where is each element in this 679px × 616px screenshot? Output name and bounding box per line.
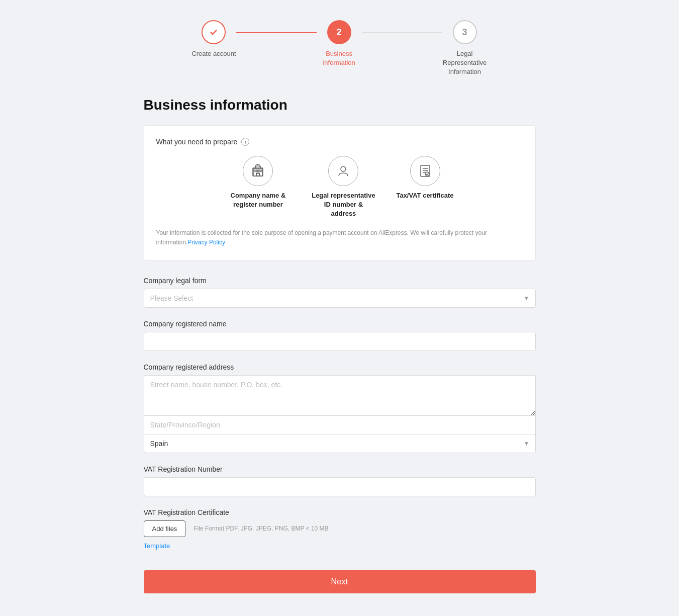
vat-number-group: VAT Registration Number	[144, 465, 536, 496]
add-files-button[interactable]: Add files	[144, 520, 186, 537]
prepare-item-tax: Tax/VAT certificate	[396, 156, 453, 219]
vat-certificate-group: VAT Registration Certificate Add files F…	[144, 508, 536, 550]
company-legal-form-group: Company legal form Please Select ▼	[144, 277, 536, 308]
prepare-item-legal-rep: Legal representative ID number & address	[311, 156, 376, 219]
prepare-item-company: Company name & register number	[225, 156, 290, 219]
connector-1	[236, 32, 317, 33]
person-icon	[328, 156, 358, 186]
prepare-info-box: What you need to prepare i	[144, 125, 536, 260]
prepare-header: What you need to prepare i	[156, 138, 523, 146]
step-2-circle: 2	[327, 20, 351, 44]
company-registered-name-input[interactable]	[144, 332, 536, 351]
company-legal-form-select-wrapper: Please Select ▼	[144, 289, 536, 308]
next-button[interactable]: Next	[144, 570, 536, 593]
company-legal-form-label: Company legal form	[144, 277, 536, 285]
prepare-item-tax-label: Tax/VAT certificate	[396, 191, 453, 200]
upload-row: Add files File Format PDF, JPG, JPEG, PN…	[144, 520, 536, 537]
template-link[interactable]: Template	[144, 542, 170, 550]
svg-rect-6	[255, 170, 256, 171]
svg-point-10	[341, 166, 346, 171]
privacy-policy-link[interactable]: Privacy Policy	[187, 239, 225, 246]
connector-2	[362, 32, 442, 33]
svg-rect-8	[260, 170, 261, 171]
step-create-account: Create account	[191, 20, 236, 58]
svg-rect-9	[256, 173, 259, 176]
company-registered-address-label: Company registered address	[144, 363, 536, 371]
step-1-label: Create account	[191, 49, 236, 58]
country-select-wrapper: Spain ▼	[144, 434, 536, 453]
street-address-input[interactable]	[144, 375, 536, 415]
prepare-items-list: Company name & register number Legal rep…	[156, 156, 523, 219]
step-business-info: 2 Business information	[317, 20, 362, 67]
step-2-label: Business information	[317, 49, 362, 67]
info-circle-icon: i	[241, 138, 249, 146]
svg-rect-7	[257, 170, 259, 171]
company-registered-name-group: Company registered name	[144, 320, 536, 351]
document-icon	[410, 156, 440, 186]
stepper: Create account 2 Business information 3 …	[10, 20, 669, 77]
building-icon	[243, 156, 273, 186]
vat-certificate-label: VAT Registration Certificate	[144, 508, 536, 516]
state-province-input[interactable]	[144, 415, 536, 434]
address-input-group: Spain ▼	[144, 375, 536, 453]
page-title: Business information	[144, 97, 536, 113]
step-legal-rep: 3 Legal Representative Information	[442, 20, 488, 77]
content-area: Business information What you need to pr…	[144, 97, 536, 593]
info-text: Your information is collected for the so…	[156, 228, 523, 247]
prepare-item-company-label: Company name & register number	[225, 191, 290, 209]
step-1-circle	[202, 20, 226, 44]
prepare-label: What you need to prepare	[156, 138, 238, 146]
company-legal-form-select[interactable]: Please Select	[144, 289, 536, 308]
prepare-item-legal-label: Legal representative ID number & address	[311, 191, 376, 219]
vat-number-label: VAT Registration Number	[144, 465, 536, 473]
step-3-circle: 3	[453, 20, 477, 44]
country-select[interactable]: Spain	[144, 434, 536, 453]
vat-number-input[interactable]	[144, 477, 536, 496]
step-3-label: Legal Representative Information	[442, 49, 488, 77]
upload-hint: File Format PDF, JPG, JPEG, PNG, BMP < 1…	[193, 525, 328, 532]
svg-point-15	[425, 172, 429, 176]
company-registered-address-group: Company registered address Spain ▼	[144, 363, 536, 453]
company-registered-name-label: Company registered name	[144, 320, 536, 328]
svg-rect-0	[253, 168, 263, 176]
